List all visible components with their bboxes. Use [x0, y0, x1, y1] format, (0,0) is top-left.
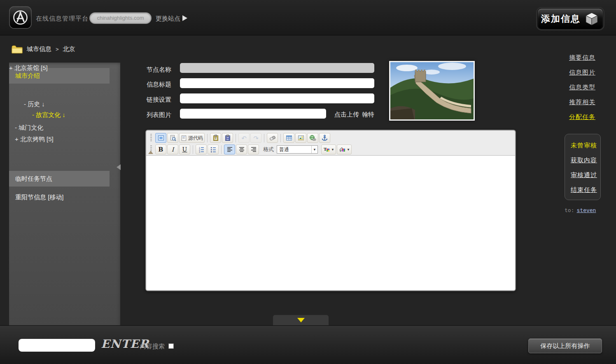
platform-title: 在线信息管理平台: [36, 15, 89, 23]
status-approved[interactable]: 审核通过: [571, 171, 597, 179]
align-center-button[interactable]: [236, 145, 247, 154]
insert-image-button[interactable]: [295, 133, 306, 143]
current-site-button[interactable]: chinahighlights.com: [89, 12, 152, 24]
svg-text:T: T: [324, 147, 327, 152]
tree-item-history[interactable]: - 历史 ↓: [9, 99, 110, 110]
preview-icon: [170, 135, 176, 141]
text-color-button[interactable]: T ▼: [321, 145, 336, 154]
toolbar-collapse-icon[interactable]: [148, 151, 153, 154]
right-link-related[interactable]: 推荐相关: [560, 98, 595, 106]
content-search-input[interactable]: [19, 339, 95, 352]
editor-toolbar: 源代码 T W: [146, 131, 515, 155]
add-info-button[interactable]: 添加信息: [537, 8, 603, 29]
bg-color-dropdown-arrow-icon[interactable]: ▼: [347, 148, 350, 152]
align-right-button[interactable]: [248, 145, 259, 154]
underline-icon: U: [182, 146, 187, 153]
tree-item-chaguan[interactable]: + 北京茶馆 [5]: [9, 63, 110, 73]
node-name-field: [180, 63, 374, 73]
align-left-icon: [226, 146, 233, 153]
content-search-checkbox[interactable]: [168, 343, 174, 349]
save-all-button[interactable]: 保存以上所有操作: [528, 338, 602, 353]
info-title-field[interactable]: [180, 78, 374, 88]
right-link-assign-active[interactable]: 分配任务: [560, 113, 595, 121]
bottom-bar: ENTER 内容搜索 保存以上所有操作: [0, 325, 616, 364]
redo-button[interactable]: ↷: [250, 133, 261, 143]
right-link-summary[interactable]: 摘要信息: [560, 54, 595, 62]
paste-word-icon: W: [224, 135, 231, 141]
paste-text-icon: T: [212, 135, 219, 141]
text-color-icon: T: [323, 146, 330, 153]
source-code-button[interactable]: 源代码: [179, 133, 205, 143]
maximize-button[interactable]: [155, 133, 166, 143]
undo-button[interactable]: ↶: [238, 133, 250, 143]
bold-icon: B: [159, 146, 163, 153]
expand-arrow-icon: [297, 318, 305, 322]
status-get-content[interactable]: 获取内容: [571, 156, 597, 164]
uploader-name: 翰特: [362, 111, 374, 119]
breadcrumb-parent[interactable]: 城市信息: [27, 45, 51, 53]
paste-text-button[interactable]: T: [210, 133, 221, 143]
expand-panel-tab[interactable]: [273, 315, 329, 325]
breadcrumb: 城市信息 > 北京: [12, 44, 75, 54]
right-link-images[interactable]: 信息图片: [560, 69, 595, 77]
task-item-chongyang[interactable]: 重阳节信息 [移动]: [9, 194, 110, 201]
content-search-label: 内容搜索: [140, 343, 165, 350]
source-code-label: 源代码: [188, 135, 203, 142]
right-link-type[interactable]: 信息类型: [560, 84, 595, 91]
bg-color-button[interactable]: ▼: [337, 145, 352, 154]
italic-icon: I: [172, 146, 174, 153]
svg-text:W: W: [226, 137, 229, 140]
tree-item-kaoya[interactable]: + 北京烤鸭 [5]: [9, 134, 110, 145]
breadcrumb-current: 北京: [63, 45, 75, 53]
bold-button[interactable]: B: [155, 145, 166, 154]
link-setting-field[interactable]: [180, 93, 374, 103]
insert-table-button[interactable]: [283, 133, 294, 143]
tree-item-gugong[interactable]: - 故宫文化 ↓: [9, 110, 110, 120]
globe-link-icon: [309, 135, 316, 141]
great-wall-thumbnail: [389, 61, 475, 121]
assignee-link[interactable]: steven: [576, 207, 596, 213]
align-right-icon: [250, 146, 257, 153]
remove-format-button[interactable]: [267, 133, 278, 143]
tree-item-chengmen-selected[interactable]: - 城门文化: [9, 122, 110, 133]
bullet-list-icon: [210, 146, 217, 153]
change-site-arrow-icon[interactable]: [182, 15, 187, 21]
insert-anchor-button[interactable]: [319, 133, 330, 143]
bullet-list-button[interactable]: [208, 145, 219, 154]
format-dropdown-arrow-icon[interactable]: ▼: [311, 146, 317, 153]
italic-button[interactable]: I: [167, 145, 178, 154]
maximize-icon: [158, 135, 164, 141]
text-color-dropdown-arrow-icon[interactable]: ▼: [331, 148, 334, 152]
align-center-icon: [238, 146, 245, 153]
numbered-list-button[interactable]: 1 2 3: [196, 145, 207, 154]
assignee-row: to:steven: [565, 207, 596, 213]
status-finish-task[interactable]: 结束任务: [571, 186, 597, 194]
paste-word-button[interactable]: W: [222, 133, 233, 143]
status-unreviewed[interactable]: 未曾审核: [571, 142, 597, 149]
anchor-icon: [322, 135, 328, 141]
folder-icon: [12, 44, 23, 54]
preview-button[interactable]: [167, 133, 178, 143]
eraser-icon: [269, 135, 276, 141]
redo-icon: ↷: [253, 135, 259, 141]
breadcrumb-separator: >: [56, 46, 59, 52]
align-left-button[interactable]: [224, 145, 235, 154]
format-dropdown[interactable]: 普通 ▼: [277, 145, 318, 154]
assign-to-label: to:: [565, 207, 574, 213]
insert-link-button[interactable]: [307, 133, 318, 143]
change-site-link[interactable]: 更换站点: [156, 15, 180, 23]
list-image-label: 列表图片: [147, 111, 171, 119]
toolbar-grip: [150, 134, 152, 142]
add-info-label: 添加信息: [541, 13, 581, 25]
list-image-field[interactable]: [180, 109, 326, 119]
underline-button[interactable]: U: [179, 145, 190, 154]
sidebar-collapse-icon[interactable]: [117, 164, 121, 170]
sidebar-section-task[interactable]: 临时任务节点: [9, 171, 110, 187]
link-setting-label: 链接设置: [147, 96, 171, 104]
top-header: 在线信息管理平台 chinahighlights.com 更换站点 添加信息: [0, 0, 616, 35]
task-status-box: 未曾审核 获取内容 审核通过 结束任务: [565, 134, 601, 200]
editor-content[interactable]: [146, 155, 515, 290]
cube-icon: [584, 11, 600, 27]
app-store-logo-icon[interactable]: [9, 6, 32, 29]
upload-link[interactable]: 点击上传: [334, 111, 359, 119]
